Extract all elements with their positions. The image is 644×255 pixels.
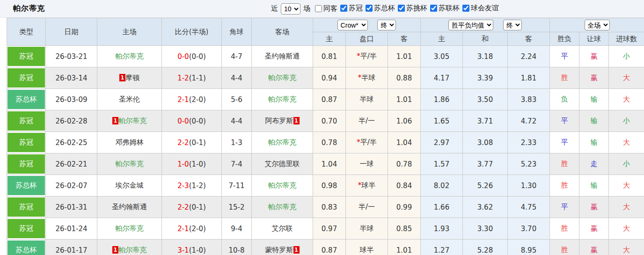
asian-time-select[interactable]: 终 — [377, 20, 396, 30]
asian-away-odds: 1.04 — [388, 132, 421, 153]
home-team-name[interactable]: 帕尔蒂克 — [116, 224, 144, 233]
asian-odds-header: Crow* 终 — [313, 18, 421, 32]
goals-result: 大 — [623, 224, 630, 233]
goals-result: 小 — [623, 52, 630, 60]
away-team-name[interactable]: 艾尔德里联 — [265, 160, 300, 168]
away-team-name[interactable]: 艾尔联 — [272, 224, 293, 233]
asian-company-select[interactable]: Crow* — [337, 20, 368, 30]
fulltime-score: 3-1 — [177, 246, 189, 255]
away-team-name[interactable]: 圣约翰斯通 — [265, 52, 300, 60]
europe-away-odds: 2.33 — [508, 132, 550, 153]
match-history-table: 类型 日期 主场 比分(半场) 角球 客场 Crow* 终 胜平负均值 终 全场 — [7, 18, 644, 255]
match-result: 胜 — [561, 160, 568, 168]
same-venue-checkbox[interactable] — [315, 5, 322, 12]
handicap-result: 赢 — [591, 73, 598, 82]
home-team-name[interactable]: 帕尔蒂克 — [118, 246, 146, 254]
home-team-name[interactable]: 邓弗姆林 — [116, 138, 144, 146]
asian-away-odds: 0.88 — [388, 67, 421, 89]
recent-count-select[interactable]: 10 — [281, 3, 300, 15]
away-team-name[interactable]: 帕尔蒂克 — [268, 95, 296, 103]
result-cell: 胜 — [550, 153, 579, 175]
halftime-score: (1-1) — [189, 74, 206, 82]
same-venue-label: 同客 — [323, 4, 337, 13]
home-team-name[interactable]: 帕尔蒂克 — [118, 117, 146, 125]
home-team-cell: 圣约翰斯通 — [97, 197, 162, 218]
europe-draw-odds: 3.30 — [463, 218, 508, 240]
handicap-text: 半/一 — [359, 203, 375, 211]
europe-away-odds: 5.23 — [508, 153, 550, 175]
goals-result-cell: 小 — [609, 110, 644, 132]
league-checkbox[interactable] — [462, 5, 469, 12]
home-team-name[interactable]: 圣米伦 — [119, 95, 140, 103]
league-filter-苏挑杯[interactable]: 苏挑杯 — [398, 4, 427, 13]
away-team-name[interactable]: 阿布罗斯 — [265, 117, 293, 125]
away-team-cell: 艾尔联 — [252, 218, 313, 240]
goals-result: 小 — [623, 117, 630, 125]
league-type-cell: 苏冠 — [7, 197, 46, 218]
europe-draw-odds: 3.62 — [463, 197, 508, 218]
result-cell: 平 — [550, 132, 579, 153]
away-team-name[interactable]: 蒙特罗斯 — [265, 246, 293, 254]
asian-handicap: *球半 — [346, 175, 388, 197]
top-bar: 帕尔蒂克 近 10 场 同客 苏冠苏总杯苏挑杯苏联杯球会友谊 — [0, 0, 644, 18]
europe-draw-odds: 5.26 — [463, 175, 508, 197]
scope-select[interactable]: 全场 — [585, 20, 610, 30]
league-filter-label: 苏总杯 — [374, 4, 395, 13]
fulltime-score: 2-3 — [177, 182, 189, 190]
league-filter-苏联杯[interactable]: 苏联杯 — [430, 4, 460, 13]
match-date: 26-02-28 — [46, 110, 97, 132]
league-filter-苏总杯[interactable]: 苏总杯 — [366, 4, 395, 13]
asian-away-odds: 1.01 — [388, 46, 421, 67]
league-type-cell: 苏冠 — [7, 67, 46, 89]
away-team-name[interactable]: 帕尔蒂克 — [268, 73, 296, 82]
goals-result-cell: 小 — [609, 153, 644, 175]
asian-handicap: 半球 — [346, 89, 388, 110]
europe-company-select[interactable]: 胜平负均值 — [448, 20, 493, 30]
league-checkbox[interactable] — [398, 5, 405, 12]
same-venue-filter[interactable]: 同客 — [315, 4, 337, 13]
goals-result-cell: 大 — [609, 175, 644, 197]
asian-handicap: 球半 — [346, 240, 388, 255]
league-filter-球会友谊[interactable]: 球会友谊 — [462, 4, 499, 13]
col-header-corner: 角球 — [222, 18, 252, 46]
home-team-name[interactable]: 帕尔蒂克 — [116, 52, 144, 60]
league-type-cell: 苏总杯 — [7, 89, 46, 110]
asian-home-odds: 0.78 — [313, 132, 346, 153]
home-team-name[interactable]: 摩顿 — [125, 73, 139, 82]
handicap-result: 赢 — [591, 246, 598, 254]
handicap-text: 球半 — [360, 246, 374, 254]
home-team-name[interactable]: 帕尔蒂克 — [116, 160, 144, 168]
match-date: 26-03-14 — [46, 67, 97, 89]
league-type-badge: 苏冠 — [7, 133, 45, 152]
europe-draw-odds: 3.08 — [463, 132, 508, 153]
match-date: 26-01-31 — [46, 197, 97, 218]
europe-odds-header: 胜平负均值 终 — [421, 18, 550, 32]
goals-result-cell: 大 — [609, 218, 644, 240]
home-team-cell: 邓弗姆林 — [97, 132, 162, 153]
asian-away-odds: 1.06 — [388, 110, 421, 132]
league-filter-label: 苏冠 — [349, 4, 363, 13]
home-team-name[interactable]: 圣约翰斯通 — [112, 203, 147, 211]
away-team-name[interactable]: 帕尔蒂克 — [268, 181, 296, 189]
europe-draw-odds: 3.50 — [463, 89, 508, 110]
red-card-badge: 1 — [293, 246, 300, 254]
away-team-name[interactable]: 帕尔蒂克 — [268, 203, 296, 211]
league-checkbox[interactable] — [340, 5, 347, 12]
fulltime-score: 1-0 — [177, 160, 189, 168]
match-result: 胜 — [561, 246, 568, 254]
europe-time-select[interactable]: 终 — [503, 20, 522, 30]
handicap-result-cell: 赢 — [579, 240, 609, 255]
score-cell: 0-0(0-0) — [162, 110, 222, 132]
score-cell: 0-0(0-0) — [162, 46, 222, 67]
result-scope-header: 全场 — [550, 18, 644, 32]
live-star-mark: * — [357, 138, 360, 146]
league-checkbox[interactable] — [430, 5, 437, 12]
result-cell: 胜 — [550, 67, 579, 89]
home-team-cell: 圣米伦 — [97, 89, 162, 110]
europe-home-odds: 1.65 — [421, 110, 463, 132]
league-filter-苏冠[interactable]: 苏冠 — [340, 4, 363, 13]
league-checkbox[interactable] — [366, 5, 373, 12]
away-team-name[interactable]: 帕尔蒂克 — [268, 138, 296, 146]
sub-header-result: 胜负 — [550, 32, 579, 46]
home-team-name[interactable]: 埃尔金城 — [116, 181, 144, 189]
